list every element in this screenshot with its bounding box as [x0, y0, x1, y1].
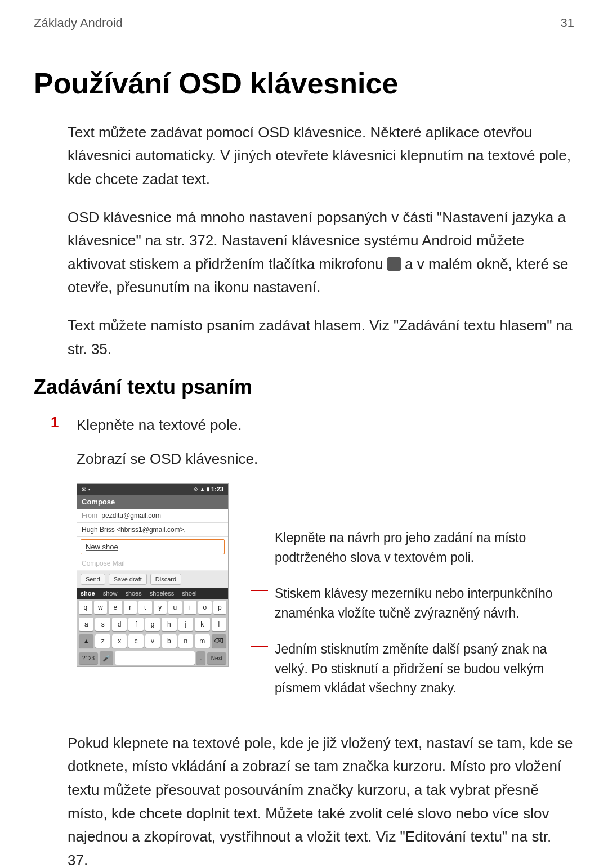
battery-icon: ▮ — [207, 486, 209, 492]
key-space[interactable] — [115, 651, 195, 665]
annotation-line-1 — [251, 535, 268, 535]
page-number: 31 — [561, 16, 574, 30]
from-label: From — [82, 512, 97, 520]
compose-bar: Compose — [77, 495, 228, 509]
mic-icon — [387, 257, 401, 271]
kb-row-bottom: ?123 🎤 . Next — [77, 650, 228, 666]
key-next[interactable]: Next — [207, 652, 226, 664]
key-backspace[interactable]: ⌫ — [212, 634, 226, 648]
key-p[interactable]: p — [213, 601, 227, 614]
kb-row-1: q w e r t y u i o p — [77, 599, 228, 616]
main-content: Používání OSD klávesnice Text můžete zad… — [0, 41, 608, 868]
status-bar: ✉ ▪ ⊙ ▲ ▮ 1:23 — [77, 484, 228, 495]
key-j[interactable]: j — [178, 618, 193, 631]
key-mic[interactable]: 🎤 — [100, 651, 113, 665]
kb-row-2: a s d f g h j k l — [77, 616, 228, 633]
signal-icon: ▲ — [200, 486, 205, 492]
key-shift[interactable]: ▲ — [79, 634, 93, 648]
key-l[interactable]: l — [212, 618, 226, 631]
annotations: Klepněte na návrh pro jeho zadání na mís… — [251, 483, 574, 715]
key-t[interactable]: t — [138, 601, 152, 614]
bottom-paragraph: Pokud klepnete na textové pole, kde je j… — [34, 732, 574, 868]
annotation-line-2 — [251, 590, 268, 591]
key-q[interactable]: q — [79, 601, 92, 614]
key-i[interactable]: i — [184, 601, 197, 614]
annotation-line-3 — [251, 646, 268, 647]
key-h[interactable]: h — [162, 618, 176, 631]
key-f[interactable]: f — [128, 618, 143, 631]
status-time: 1:23 — [211, 486, 223, 493]
key-symbols[interactable]: ?123 — [79, 652, 98, 664]
compose-mail-area[interactable]: Compose Mail — [77, 557, 228, 571]
subject-field[interactable]: New shoe — [81, 539, 225, 554]
suggestion-3[interactable]: shoes — [125, 590, 141, 597]
compose-label: Compose — [82, 498, 115, 506]
step-1-subtext: Zobrazí se OSD klávesnice. — [34, 448, 574, 471]
kb-row-3: ▲ z x c v b n m ⌫ — [77, 633, 228, 650]
key-s[interactable]: s — [95, 618, 110, 631]
key-n[interactable]: n — [178, 634, 193, 648]
key-o[interactable]: o — [198, 601, 212, 614]
suggestion-5[interactable]: shoel — [182, 590, 196, 597]
discard-button[interactable]: Discard — [150, 574, 181, 585]
section-label: Základy Android — [34, 16, 123, 30]
annotation-3: Jedním stisknutím změníte další psaný zn… — [251, 639, 574, 698]
step-1-text: Klepněte na textové pole. — [77, 414, 242, 437]
from-field[interactable]: From pezditu@gmail.com — [77, 509, 228, 523]
square-icon: ▪ — [88, 486, 91, 493]
key-g[interactable]: g — [145, 618, 160, 631]
key-k[interactable]: k — [195, 618, 209, 631]
key-x[interactable]: x — [112, 634, 127, 648]
step-1: 1 Klepněte na textové pole. — [34, 414, 574, 437]
intro-para-2: OSD klávesnice má mnoho nastavení popsan… — [34, 206, 574, 299]
annotation-text-2: Stiskem klávesy mezerníku nebo interpunk… — [275, 584, 574, 623]
key-w[interactable]: w — [94, 601, 108, 614]
key-a[interactable]: a — [79, 618, 93, 631]
status-icons: ✉ ▪ — [82, 486, 91, 493]
envelope-icon: ✉ — [82, 486, 86, 493]
phone-mockup: ✉ ▪ ⊙ ▲ ▮ 1:23 Compose From pezditu@gmai… — [77, 483, 229, 667]
chapter-title: Používání OSD klávesnice — [34, 67, 574, 101]
send-button[interactable]: Send — [81, 574, 105, 585]
to-field[interactable]: Hugh Briss <hbriss1@gmail.com>, — [77, 523, 228, 537]
suggestion-2[interactable]: show — [103, 590, 118, 597]
key-y[interactable]: y — [154, 601, 167, 614]
suggestion-4[interactable]: shoeless — [150, 590, 174, 597]
subject-text: New shoe — [86, 543, 118, 551]
status-right: ⊙ ▲ ▮ 1:23 — [194, 486, 223, 493]
key-d[interactable]: d — [112, 618, 127, 631]
intro-para-1: Text můžete zadávat pomocí OSD klávesnic… — [34, 121, 574, 191]
key-c[interactable]: c — [128, 634, 143, 648]
compose-placeholder: Compose Mail — [82, 560, 125, 567]
suggestion-bar: shoe show shoes shoeless shoel — [77, 588, 228, 599]
key-dot[interactable]: . — [196, 651, 205, 665]
to-text: Hugh Briss <hbriss1@gmail.com>, — [82, 526, 186, 534]
key-m[interactable]: m — [195, 634, 209, 648]
from-email: pezditu@gmail.com — [101, 512, 161, 520]
key-v[interactable]: v — [145, 634, 160, 648]
key-b[interactable]: b — [162, 634, 176, 648]
key-e[interactable]: e — [109, 601, 122, 614]
intro-para-3: Text můžete namísto psaním zadávat hlase… — [34, 314, 574, 361]
key-r[interactable]: r — [124, 601, 137, 614]
key-u[interactable]: u — [168, 601, 182, 614]
annotation-1: Klepněte na návrh pro jeho zadání na mís… — [251, 528, 574, 567]
annotation-text-3: Jedním stisknutím změníte další psaný zn… — [275, 639, 574, 698]
section-heading: Zadávání textu psaním — [34, 375, 574, 399]
keyboard: q w e r t y u i o p a s d f g — [77, 599, 228, 666]
page-header: Základy Android 31 — [0, 0, 608, 41]
annotation-text-1: Klepněte na návrh pro jeho zadání na mís… — [275, 528, 574, 567]
annotation-2: Stiskem klávesy mezerníku nebo interpunk… — [251, 584, 574, 623]
phone-area: ✉ ▪ ⊙ ▲ ▮ 1:23 Compose From pezditu@gmai… — [34, 483, 574, 715]
key-z[interactable]: z — [95, 634, 110, 648]
step-number: 1 — [51, 414, 66, 437]
wifi-icon: ⊙ — [194, 486, 198, 492]
save-draft-button[interactable]: Save draft — [109, 574, 147, 585]
action-buttons: Send Save draft Discard — [77, 571, 228, 588]
suggestion-1[interactable]: shoe — [81, 590, 95, 597]
